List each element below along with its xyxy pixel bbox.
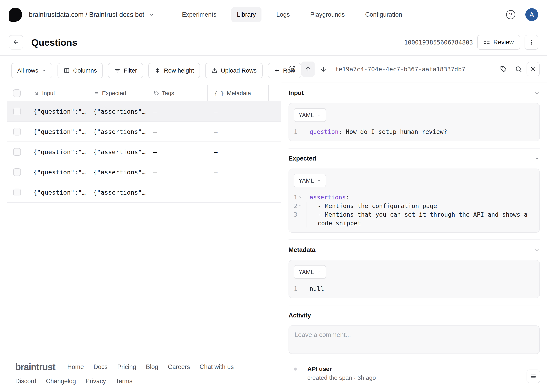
panel-menu-button[interactable] xyxy=(526,370,540,383)
row-height-label: Row height xyxy=(164,67,194,74)
column-header-metadata[interactable]: { } Metadata xyxy=(208,85,269,101)
nav-tab-library[interactable]: Library xyxy=(231,7,261,22)
help-icon[interactable]: ? xyxy=(506,10,515,19)
footer-link-careers[interactable]: Careers xyxy=(168,363,190,371)
fold-chevron-icon[interactable] xyxy=(299,204,302,207)
cell-metadata: – xyxy=(208,108,269,115)
activity-timeline: API user created the span · 3h ago xyxy=(288,354,540,381)
upload-rows-button[interactable]: Upload Rows xyxy=(205,63,262,78)
cell-input: {"question":"… xyxy=(27,128,87,135)
row-checkbox[interactable] xyxy=(13,148,21,156)
top-nav-right: ? A xyxy=(506,8,538,21)
hamburger-icon xyxy=(530,373,537,380)
search-icon[interactable] xyxy=(515,66,522,73)
line-number: 1 xyxy=(294,127,297,136)
nav-tab-playgrounds[interactable]: Playgrounds xyxy=(305,7,350,22)
row-height-button[interactable]: Row height xyxy=(148,63,200,78)
main-area: All rows Columns Filter xyxy=(0,56,547,392)
footer-link-changelog[interactable]: Changelog xyxy=(46,378,76,385)
column-label: Input xyxy=(42,90,55,96)
metadata-card: YAML 1 null xyxy=(288,260,540,298)
event-user: API user xyxy=(307,365,376,373)
column-header-input[interactable]: Input xyxy=(27,85,87,101)
column-label: Tags xyxy=(162,90,174,96)
expected-card: YAML 1 assertions: xyxy=(288,169,540,233)
row-checkbox[interactable] xyxy=(13,189,21,196)
activity-section-title: Activity xyxy=(288,312,311,319)
format-dropdown[interactable]: YAML xyxy=(294,174,326,187)
cell-input: {"question":"… xyxy=(27,108,87,115)
table-row[interactable]: {"question":"… {"assertions"… – – xyxy=(7,101,281,122)
collapse-chevron-icon[interactable] xyxy=(534,90,540,96)
expected-section-title: Expected xyxy=(288,155,316,162)
prev-row-button[interactable] xyxy=(301,62,315,77)
yaml-value: null xyxy=(306,284,324,293)
event-description: created the span · 3h ago xyxy=(307,374,376,381)
tag-icon xyxy=(153,90,159,96)
cell-tags: – xyxy=(147,148,208,156)
arrow-down-right-icon xyxy=(34,90,39,96)
row-checkbox[interactable] xyxy=(13,108,21,115)
table-row[interactable]: {"question":"… {"assertions"… – – xyxy=(7,122,281,142)
footer-link-docs[interactable]: Docs xyxy=(93,363,108,371)
back-button[interactable] xyxy=(9,35,23,49)
format-dropdown[interactable]: YAML xyxy=(294,265,326,279)
table-row[interactable]: {"question":"… {"assertions"… – – xyxy=(7,182,281,203)
nav-tab-experiments[interactable]: Experiments xyxy=(176,7,222,22)
nav-tabs: Experiments Library Logs Playgrounds Con… xyxy=(176,7,408,22)
input-section: Input YAML 1 questio xyxy=(288,83,540,148)
dataset-id: 1000193855606784803 xyxy=(404,39,473,46)
breadcrumb-label: braintrustdata.com / Braintrust docs bot xyxy=(29,11,144,18)
breadcrumb[interactable]: braintrustdata.com / Braintrust docs bot xyxy=(29,11,155,18)
select-all-checkbox[interactable] xyxy=(13,89,21,97)
comment-input[interactable] xyxy=(288,325,540,354)
nav-tab-logs[interactable]: Logs xyxy=(271,7,295,22)
close-icon xyxy=(530,66,536,72)
collapse-chevron-icon[interactable] xyxy=(534,247,540,253)
line-number: 2 xyxy=(294,202,297,210)
next-row-button[interactable] xyxy=(320,66,327,73)
cell-metadata: – xyxy=(208,189,269,196)
table-row[interactable]: {"question":"… {"assertions"… – – xyxy=(7,142,281,162)
yaml-key: question xyxy=(310,128,339,135)
footer-link-home[interactable]: Home xyxy=(67,363,84,371)
tag-icon[interactable] xyxy=(500,66,507,73)
row-checkbox[interactable] xyxy=(13,128,21,136)
expand-icon[interactable] xyxy=(288,65,296,73)
footer-link-terms[interactable]: Terms xyxy=(116,378,132,385)
column-header-expected[interactable]: Expected xyxy=(87,85,147,101)
format-dropdown[interactable]: YAML xyxy=(294,108,326,122)
chevron-down-icon xyxy=(41,68,46,73)
footer-link-pricing[interactable]: Pricing xyxy=(117,363,136,371)
footer-link-chat[interactable]: Chat with us xyxy=(199,363,234,371)
page-header-right: 1000193855606784803 Review xyxy=(404,35,538,50)
table-row[interactable]: {"question":"… {"assertions"… – – xyxy=(7,162,281,182)
metadata-section: Metadata YAML 1 null xyxy=(288,240,540,305)
columns-button[interactable]: Columns xyxy=(57,63,103,78)
plus-icon xyxy=(274,68,280,74)
detail-toolbar: fe19a7c4-704e-4ec7-b367-aafa18337db7 xyxy=(281,56,547,83)
yaml-value: : xyxy=(346,194,349,201)
more-options-button[interactable] xyxy=(525,35,538,50)
expected-code: 1 assertions: 2 xyxy=(294,193,534,227)
cell-expected: {"assertions"… xyxy=(87,148,147,156)
input-section-title: Input xyxy=(288,89,304,96)
column-header-tags[interactable]: Tags xyxy=(147,85,208,101)
timeline-dot-icon xyxy=(294,368,297,371)
yaml-list: 2 - Mentions the configuration page 3 - … xyxy=(294,202,534,227)
review-button[interactable]: Review xyxy=(477,35,520,50)
close-button[interactable] xyxy=(526,62,540,76)
footer-link-privacy[interactable]: Privacy xyxy=(86,378,106,385)
footer-link-discord[interactable]: Discord xyxy=(15,378,36,385)
rows-filter-dropdown[interactable]: All rows xyxy=(11,63,52,78)
nav-tab-configuration[interactable]: Configuration xyxy=(360,7,408,22)
row-check-cell xyxy=(7,128,27,136)
filter-button[interactable]: Filter xyxy=(108,63,143,78)
avatar[interactable]: A xyxy=(525,8,538,21)
collapse-chevron-icon[interactable] xyxy=(534,156,540,161)
fold-chevron-icon[interactable] xyxy=(299,195,302,199)
rows-filter-label: All rows xyxy=(17,67,38,74)
footer-link-blog[interactable]: Blog xyxy=(146,363,158,371)
cell-metadata: – xyxy=(208,169,269,176)
row-checkbox[interactable] xyxy=(13,168,21,176)
